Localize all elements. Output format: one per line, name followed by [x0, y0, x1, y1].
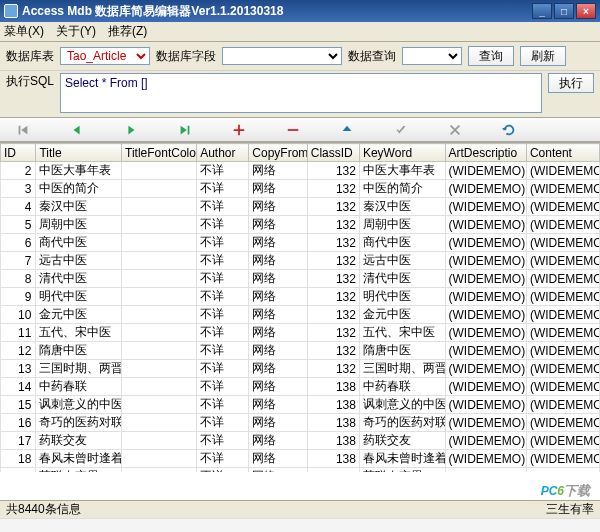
table-row[interactable]: 16奇巧的医药对联不详网络138奇巧的医药对联(WIDEMEMO)(WIDEME… [1, 414, 600, 432]
column-header[interactable]: Title [36, 144, 122, 162]
table-row[interactable]: 12隋唐中医不详网络132隋唐中医(WIDEMEMO)(WIDEMEMO) [1, 342, 600, 360]
db-table-select[interactable]: Tao_Article [60, 47, 150, 65]
status-count: 共8440条信息 [6, 501, 81, 518]
column-header[interactable]: ArtDescriptio [445, 144, 526, 162]
menu-item[interactable]: 菜单(X) [4, 23, 44, 40]
column-header[interactable]: Author [197, 144, 249, 162]
edit-icon[interactable] [332, 121, 362, 139]
status-right: 三生有率 [546, 501, 594, 518]
execute-button[interactable]: 执行 [548, 73, 594, 93]
app-icon [4, 4, 18, 18]
table-row[interactable]: 19药联奇哀思不详网络138药联奇哀思(WIDEMEMO)(WIDEMEMO) [1, 468, 600, 473]
table-row[interactable]: 9明代中医不详网络132明代中医(WIDEMEMO)(WIDEMEMO) [1, 288, 600, 306]
last-icon[interactable] [170, 121, 200, 139]
column-header[interactable]: ClassID [307, 144, 359, 162]
table-row[interactable]: 3中医的简介不详网络132中医的简介(WIDEMEMO)(WIDEMEMO) [1, 180, 600, 198]
column-header[interactable]: Content [526, 144, 599, 162]
table-row[interactable]: 15讽刺意义的中医不详网络138讽刺意义的中医(WIDEMEMO)(WIDEME… [1, 396, 600, 414]
table-row[interactable]: 10金元中医不详网络132金元中医(WIDEMEMO)(WIDEMEMO) [1, 306, 600, 324]
table-row[interactable]: 2中医大事年表不详网络132中医大事年表(WIDEMEMO)(WIDEMEMO) [1, 162, 600, 180]
db-query-select[interactable] [402, 47, 462, 65]
table-row[interactable]: 18春风未曾时逢着不详网络138春风未曾时逢着(WIDEMEMO)(WIDEME… [1, 450, 600, 468]
delete-icon[interactable] [278, 121, 308, 139]
minimize-button[interactable]: _ [532, 3, 552, 19]
db-field-select[interactable] [222, 47, 342, 65]
table-row[interactable]: 14中药春联不详网络138中药春联(WIDEMEMO)(WIDEMEMO) [1, 378, 600, 396]
post-icon[interactable] [386, 121, 416, 139]
table-row[interactable]: 7远古中医不详网络132远古中医(WIDEMEMO)(WIDEMEMO) [1, 252, 600, 270]
db-table-label: 数据库表 [6, 48, 54, 65]
statusbar: 共8440条信息 三生有率 [0, 500, 600, 518]
next-icon[interactable] [116, 121, 146, 139]
db-field-label: 数据库字段 [156, 48, 216, 65]
query-button[interactable]: 查询 [468, 46, 514, 66]
column-header[interactable]: ID [1, 144, 36, 162]
menu-item[interactable]: 推荐(Z) [108, 23, 147, 40]
column-header[interactable]: TitleFontColo [122, 144, 197, 162]
prev-icon[interactable] [62, 121, 92, 139]
watermark: PC6下载 [541, 477, 590, 500]
titlebar: Access Mdb 数据库简易编辑器Ver1.1.20130318 _ □ × [0, 0, 600, 22]
sql-row: 执行SQL Select * From [] 执行 [0, 71, 600, 118]
table-row[interactable]: 17药联交友不详网络138药联交友(WIDEMEMO)(WIDEMEMO) [1, 432, 600, 450]
table-row[interactable]: 6商代中医不详网络132商代中医(WIDEMEMO)(WIDEMEMO) [1, 234, 600, 252]
column-header[interactable]: KeyWord [359, 144, 445, 162]
column-header[interactable]: CopyFrom [249, 144, 307, 162]
sql-input[interactable]: Select * From [] [60, 73, 542, 113]
table-row[interactable]: 11五代、宋中医不详网络132五代、宋中医(WIDEMEMO)(WIDEMEMO… [1, 324, 600, 342]
db-query-label: 数据查询 [348, 48, 396, 65]
refresh-icon[interactable] [494, 121, 524, 139]
table-row[interactable]: 5周朝中医不详网络132周朝中医(WIDEMEMO)(WIDEMEMO) [1, 216, 600, 234]
menu-item[interactable]: 关于(Y) [56, 23, 96, 40]
close-button[interactable]: × [576, 3, 596, 19]
first-icon[interactable] [8, 121, 38, 139]
table-row[interactable]: 8清代中医不详网络132清代中医(WIDEMEMO)(WIDEMEMO) [1, 270, 600, 288]
refresh-button[interactable]: 刷新 [520, 46, 566, 66]
maximize-button[interactable]: □ [554, 3, 574, 19]
footer [0, 518, 600, 532]
window-title: Access Mdb 数据库简易编辑器Ver1.1.20130318 [22, 3, 532, 20]
cancel-icon[interactable] [440, 121, 470, 139]
table-row[interactable]: 13三国时期、两晋不详网络132三国时期、两晋(WIDEMEMO)(WIDEME… [1, 360, 600, 378]
sql-label: 执行SQL [6, 73, 54, 90]
toolbar: 数据库表 Tao_Article 数据库字段 数据查询 查询 刷新 [0, 42, 600, 71]
record-navbar [0, 118, 600, 142]
data-grid[interactable]: IDTitleTitleFontColoAuthorCopyFromClassI… [0, 142, 600, 472]
menubar: 菜单(X) 关于(Y) 推荐(Z) [0, 22, 600, 42]
add-icon[interactable] [224, 121, 254, 139]
table-row[interactable]: 4秦汉中医不详网络132秦汉中医(WIDEMEMO)(WIDEMEMO) [1, 198, 600, 216]
